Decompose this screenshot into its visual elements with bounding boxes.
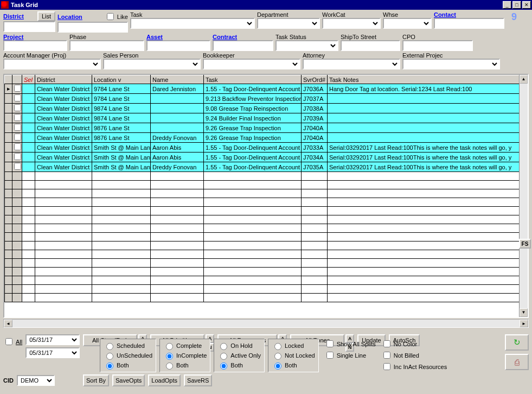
refresh-button[interactable]: ↻ — [505, 334, 529, 351]
table-row[interactable]: Clean Water District9876 Lane St9.26 Gre… — [5, 123, 520, 133]
filter-label-contact[interactable]: Contact — [434, 11, 456, 18]
radio-both[interactable] — [274, 363, 281, 370]
filter-task[interactable] — [130, 18, 255, 29]
like-checkbox[interactable] — [107, 13, 114, 20]
radio-active-only[interactable] — [220, 353, 227, 360]
col-location[interactable]: Location v — [92, 75, 151, 84]
filter-label-location[interactable]: Location — [57, 14, 82, 20]
check-inc-inact-resources[interactable] — [383, 363, 390, 370]
cell-name: Dared Jenniston — [151, 84, 204, 94]
row-select[interactable] — [14, 94, 21, 101]
table-row[interactable]: ▸Clean Water District9784 Lane StDared J… — [5, 84, 520, 94]
check-not-billed[interactable] — [383, 352, 390, 359]
maximize-button[interactable]: □ — [512, 1, 521, 9]
list-button[interactable]: List — [37, 11, 55, 21]
col-name[interactable]: Name — [151, 75, 204, 84]
filter-contract[interactable] — [213, 40, 273, 51]
savers-button[interactable]: SaveRS — [184, 374, 212, 386]
close-button[interactable]: ✕ — [522, 1, 531, 9]
loadopts-button[interactable]: LoadOpts — [148, 374, 181, 386]
row-select[interactable] — [14, 153, 21, 160]
row-select[interactable] — [14, 143, 21, 150]
vertical-scrollbar[interactable]: ▲ ▼ — [519, 75, 528, 317]
check-no-color[interactable] — [383, 340, 390, 347]
col-district[interactable]: District — [35, 75, 92, 84]
filter-location[interactable] — [57, 22, 128, 33]
col-svrord[interactable]: SvrOrd# — [302, 75, 328, 84]
radio-both[interactable] — [106, 363, 113, 370]
scroll-up-button[interactable]: ▲ — [520, 75, 528, 84]
saveopts-button[interactable]: SaveOpts — [112, 374, 145, 386]
filter-asset[interactable] — [146, 40, 210, 51]
filter-account-manager-proj-[interactable] — [3, 59, 101, 69]
radio-both[interactable] — [166, 363, 173, 370]
row-select[interactable] — [14, 163, 21, 170]
col-sel[interactable]: Sel — [22, 75, 35, 84]
row-select[interactable] — [14, 114, 21, 121]
table-row[interactable]: Clean Water District9784 Lane St9.213 Ba… — [5, 94, 520, 104]
filter-whse[interactable] — [383, 18, 432, 29]
scroll-down-button[interactable]: ▼ — [520, 308, 528, 317]
filter-cpo[interactable] — [402, 40, 473, 51]
filter-workcat[interactable] — [322, 18, 381, 29]
row-select[interactable] — [14, 104, 21, 111]
scroll-left-button[interactable]: ◄ — [4, 320, 12, 327]
cid-label: CID — [3, 377, 14, 384]
filter-label-district[interactable]: District — [3, 13, 24, 20]
radio-on-hold[interactable] — [220, 343, 227, 350]
radio-scheduled[interactable] — [106, 343, 113, 350]
cid-select[interactable]: DEMO — [17, 375, 55, 386]
filter-sales-person[interactable] — [103, 59, 201, 69]
cell-name: Aaron Abis — [151, 143, 204, 152]
table-row[interactable]: Clean Water District9874 Lane St9.08 Gre… — [5, 104, 520, 113]
filter-project[interactable] — [3, 40, 67, 51]
filter-task-status[interactable] — [275, 40, 338, 51]
cell-district: Clean Water District — [35, 123, 92, 133]
filter-bookkeeper[interactable] — [203, 59, 300, 69]
cell-name: Dreddy Fonovan — [151, 133, 204, 143]
cell-task: 1.55 - Tag Door-Delinquent Account — [204, 162, 302, 172]
date-to[interactable]: 05/31/17 — [25, 347, 80, 358]
table-row[interactable]: Clean Water DistrictSmith St @ Main Lane… — [5, 162, 520, 172]
check-show-all-splits[interactable] — [326, 340, 334, 347]
radio-incomplete[interactable] — [166, 353, 173, 360]
table-row[interactable]: Clean Water District9874 Lane St9.24 Bui… — [5, 113, 520, 123]
row-select[interactable] — [14, 124, 21, 131]
filter-phase[interactable] — [69, 40, 144, 51]
filter-label-project[interactable]: Project — [3, 34, 23, 40]
filter-label-asset[interactable]: Asset — [146, 34, 163, 40]
cell-svrord: J7034A — [302, 152, 328, 162]
filter-attorney[interactable] — [303, 59, 400, 69]
print-button[interactable]: ⎙ — [505, 354, 529, 370]
radio-locked[interactable] — [274, 343, 281, 350]
task-grid[interactable]: SelDistrictLocation vNameTaskSvrOrd#Task… — [3, 74, 529, 318]
row-select[interactable] — [14, 134, 21, 141]
table-row[interactable]: Clean Water DistrictSmith St @ Main Lane… — [5, 152, 520, 162]
fs-button[interactable]: FS — [519, 239, 531, 249]
filter-department[interactable] — [257, 18, 320, 29]
minimize-button[interactable]: _ — [503, 1, 511, 9]
filter-shipto-street[interactable] — [341, 40, 400, 51]
col-task[interactable]: Task — [204, 75, 302, 84]
filter-panel: DistrictListLocationLikeTaskDepartmentWo… — [0, 10, 532, 73]
filter-label-contract[interactable]: Contract — [213, 34, 237, 40]
scroll-right-button[interactable]: ► — [520, 320, 528, 327]
radio-both[interactable] — [220, 363, 227, 370]
radio-unscheduled[interactable] — [106, 353, 113, 360]
horizontal-scrollbar[interactable]: ◄ ► — [3, 319, 529, 328]
filter-contact[interactable] — [434, 18, 504, 29]
table-row[interactable]: Clean Water DistrictSmith St @ Main Lane… — [5, 143, 520, 152]
cell-location: Smith St @ Main Lane — [92, 143, 151, 152]
all-checkbox[interactable] — [5, 338, 12, 345]
date-from[interactable]: 05/31/17 — [25, 334, 80, 345]
radio-not-locked[interactable] — [274, 353, 281, 360]
check-single-line[interactable] — [326, 352, 334, 359]
col-notes[interactable]: Task Notes — [328, 75, 520, 84]
cell-location: 9874 Lane St — [92, 113, 151, 123]
sortby-button[interactable]: Sort By — [83, 374, 109, 386]
filter-external-projec[interactable] — [402, 59, 500, 69]
filter-district[interactable] — [3, 21, 55, 32]
table-row[interactable]: Clean Water District9876 Lane StDreddy F… — [5, 133, 520, 143]
radio-complete[interactable] — [166, 343, 173, 350]
row-select[interactable] — [14, 85, 21, 92]
